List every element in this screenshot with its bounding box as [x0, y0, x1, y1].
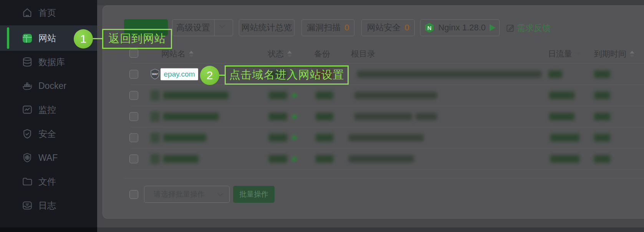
site-domain-highlight: epay.com [161, 68, 198, 80]
redacted-backup [316, 134, 333, 142]
status-dot [292, 93, 297, 98]
row-checkbox[interactable] [129, 91, 138, 100]
column-header-root: 根目录 [351, 48, 375, 60]
log-icon [22, 200, 33, 211]
row-checkbox[interactable] [129, 133, 138, 142]
batch-select-placeholder: 请选择批量操作 [154, 189, 205, 199]
batch-select-checkbox[interactable] [129, 190, 138, 199]
site-security-count: 0 [404, 23, 409, 33]
sidebar-item-monitor[interactable]: 监控 [0, 98, 97, 121]
redacted-site-icon [151, 133, 160, 143]
redacted-backup [316, 113, 333, 120]
sort-icon[interactable] [287, 51, 292, 57]
waf-badge-label: WAF [152, 72, 158, 76]
column-label: 状态 [268, 48, 284, 59]
sidebar-item-waf[interactable]: WAF [0, 147, 97, 169]
redacted-root-path [354, 92, 437, 99]
sidebar-item-label: 安全 [38, 128, 56, 140]
sidebar-item-home[interactable]: 首页 [0, 2, 97, 24]
advanced-settings-label: 高级设置 [176, 22, 210, 33]
batch-action-select[interactable]: 请选择批量操作 [144, 186, 230, 203]
page-background-bottom [97, 227, 644, 232]
sidebar-item-database[interactable]: 数据库 [0, 51, 97, 73]
sidebar-item-label: 网站 [38, 32, 56, 44]
annotation-label: 返回到网站 [108, 31, 166, 47]
column-label: 日流量 [548, 48, 572, 59]
redacted-root-path [416, 113, 437, 120]
redacted-traffic [549, 113, 574, 120]
advanced-settings-button[interactable]: 高级设置 [172, 19, 233, 36]
redacted-expiry [594, 155, 610, 163]
sort-icon[interactable] [630, 51, 634, 57]
redacted-backup [316, 92, 333, 99]
redacted-site-name [163, 113, 219, 120]
annotation-label: 点击域名进入网站设置 [229, 67, 344, 83]
chevron-down-icon [217, 190, 223, 196]
sidebar-item-security[interactable]: 安全 [0, 123, 97, 145]
redacted-expiry [594, 113, 610, 120]
monitor-icon [22, 104, 33, 115]
redacted-status [269, 134, 287, 142]
redacted-site-name [163, 134, 206, 142]
redacted-root-path [349, 134, 424, 141]
site-domain-link[interactable]: epay.com [164, 70, 195, 78]
column-label: 网站名 [161, 48, 185, 59]
column-header-site[interactable]: 网站名 [161, 48, 194, 60]
status-dot [292, 114, 297, 119]
annotation-connector [91, 38, 103, 39]
column-label: 备份 [314, 48, 330, 59]
site-security-button[interactable]: 网站安全 0 [361, 19, 415, 36]
page-background-top [97, 0, 644, 5]
row-checkbox[interactable] [129, 112, 138, 121]
site-stats-button[interactable]: 网站统计总览 [239, 19, 295, 36]
sidebar-item-label: WAF [38, 153, 58, 163]
filter-caret-icon[interactable] [576, 52, 580, 55]
database-icon [22, 56, 33, 68]
docker-icon [22, 80, 33, 92]
annotation-step-2-callout: 点击域名进入网站设置 [225, 65, 349, 85]
vuln-scan-count: 0 [344, 23, 349, 33]
redacted-backup [316, 155, 333, 163]
sidebar-item-label: 日志 [38, 200, 56, 212]
sidebar-item-logs[interactable]: 日志 [0, 194, 97, 217]
column-label: 根目录 [351, 48, 375, 59]
redacted-status [269, 155, 287, 163]
button-divider [214, 19, 215, 36]
annotation-number: 1 [80, 32, 87, 45]
annotation-step-2-badge: 2 [200, 66, 219, 85]
redacted-expiry [594, 92, 610, 99]
annotation-number: 2 [207, 69, 213, 82]
sidebar-item-label: 首页 [38, 7, 56, 19]
redacted-status [269, 92, 287, 99]
batch-action-button[interactable]: 批量操作 [233, 186, 275, 203]
divider [131, 169, 644, 170]
feedback-label: 需求反馈 [517, 22, 551, 34]
sidebar-item-docker[interactable]: Docker [0, 75, 97, 97]
home-icon [22, 7, 33, 18]
redacted-status [269, 113, 287, 120]
redacted-traffic [550, 155, 579, 163]
redacted-site-name [163, 92, 228, 99]
redacted-site-icon [151, 90, 160, 100]
vuln-scan-button[interactable]: 漏洞扫描 0 [301, 19, 354, 36]
row-checkbox[interactable] [129, 70, 138, 78]
column-header-expiry[interactable]: 到期时间 [594, 48, 634, 60]
row-checkbox[interactable] [129, 154, 138, 163]
select-all-checkbox[interactable] [129, 49, 138, 58]
column-header-traffic[interactable]: 日流量 [548, 48, 580, 60]
sidebar-item-label: Docker [38, 81, 66, 91]
sidebar-item-files[interactable]: 文件 [0, 170, 97, 193]
shield-check-icon [22, 128, 33, 140]
redacted-expiry [594, 70, 610, 78]
site-security-label: 网站安全 [367, 22, 401, 33]
webserver-button[interactable]: N Nginx 1.28.0 [420, 19, 500, 36]
feedback-link[interactable]: 需求反馈 [505, 22, 551, 34]
column-header-status[interactable]: 状态 [268, 48, 292, 60]
redacted-traffic [550, 134, 579, 142]
redacted-root-path [354, 113, 412, 120]
sidebar-item-label: 文件 [38, 176, 56, 188]
sort-icon[interactable] [189, 51, 194, 57]
redacted-site-icon [151, 154, 160, 164]
webserver-label: Nginx 1.28.0 [438, 23, 486, 33]
nginx-icon: N [424, 23, 434, 33]
